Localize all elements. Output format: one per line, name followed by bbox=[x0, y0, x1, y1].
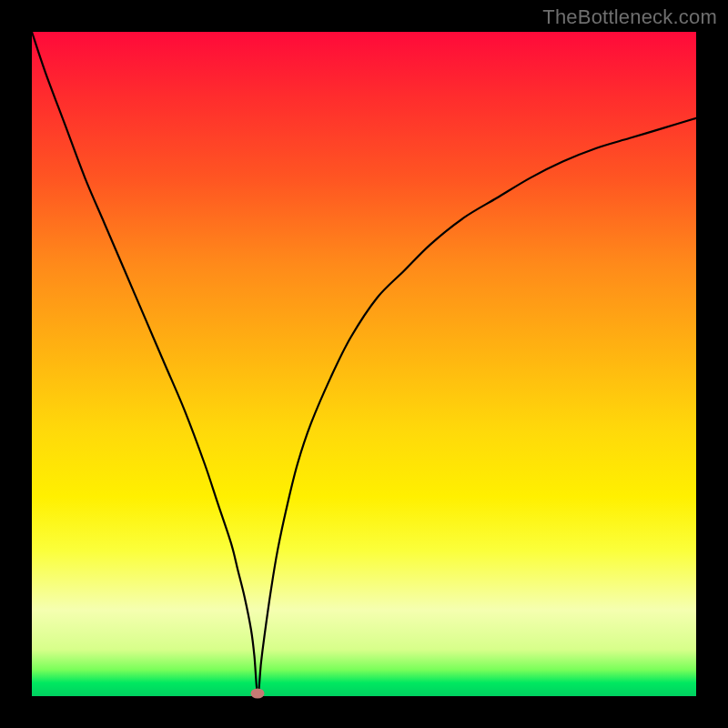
minimum-marker bbox=[251, 689, 265, 699]
bottleneck-curve bbox=[32, 32, 696, 696]
chart-frame: TheBottleneck.com bbox=[0, 0, 728, 728]
plot-area bbox=[32, 32, 696, 696]
watermark-text: TheBottleneck.com bbox=[542, 5, 717, 29]
